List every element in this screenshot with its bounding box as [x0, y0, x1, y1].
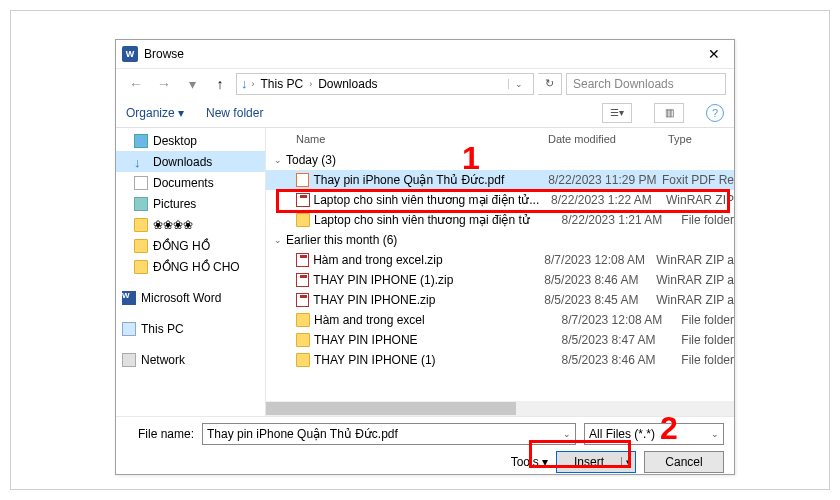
search-placeholder: Search Downloads: [573, 77, 674, 91]
desktop-icon: [134, 134, 148, 148]
filename-dropdown-icon[interactable]: ⌄: [563, 429, 571, 439]
back-button[interactable]: ←: [124, 72, 148, 96]
help-button[interactable]: ?: [706, 104, 724, 122]
sidebar-item-folder-2[interactable]: ĐỒNG HỒ: [116, 235, 265, 256]
sidebar: Desktop ↓Downloads Documents Pictures ❀❀…: [116, 128, 266, 416]
organize-button[interactable]: Organize ▾: [126, 106, 184, 120]
scrollbar-thumb[interactable]: [266, 402, 516, 415]
address-dropdown[interactable]: ⌄: [508, 79, 529, 89]
sidebar-item-folder-1[interactable]: ❀❀❀❀: [116, 214, 265, 235]
refresh-button[interactable]: ↻: [538, 73, 562, 95]
breadcrumb-seg-thispc[interactable]: This PC: [259, 77, 306, 91]
col-name[interactable]: Name: [296, 133, 548, 145]
file-type-filter[interactable]: All Files (*.*) ⌄: [584, 423, 724, 445]
sidebar-item-documents[interactable]: Documents: [116, 172, 265, 193]
breadcrumb[interactable]: ↓ › This PC › Downloads ⌄: [236, 73, 534, 95]
documents-icon: [134, 176, 148, 190]
toolbar: Organize ▾ New folder ☰▾ ▥ ?: [116, 98, 734, 128]
chevron-icon: ›: [309, 79, 312, 89]
view-preview-button[interactable]: ▥: [654, 103, 684, 123]
sidebar-item-downloads[interactable]: ↓Downloads: [116, 151, 265, 172]
cancel-button[interactable]: Cancel: [644, 451, 724, 473]
tools-button[interactable]: Tools ▾: [511, 455, 548, 469]
dialog-title: Browse: [144, 47, 700, 61]
group-today[interactable]: ⌄Today (3): [266, 150, 734, 170]
zip-icon: [296, 293, 309, 307]
breadcrumb-seg-downloads[interactable]: Downloads: [316, 77, 379, 91]
word-app-icon: W: [122, 46, 138, 62]
zip-icon: [296, 253, 309, 267]
sidebar-item-pictures[interactable]: Pictures: [116, 193, 265, 214]
browse-dialog: W Browse ✕ ← → ▾ ↑ ↓ › This PC › Downloa…: [115, 39, 735, 475]
chevron-icon: ›: [252, 79, 255, 89]
filename-input[interactable]: Thay pin iPhone Quận Thủ Đức.pdf ⌄: [202, 423, 576, 445]
zip-icon: [296, 193, 310, 207]
search-input[interactable]: Search Downloads: [566, 73, 726, 95]
sidebar-item-thispc[interactable]: This PC: [116, 318, 265, 339]
close-button[interactable]: ✕: [700, 46, 728, 62]
pdf-icon: [296, 173, 309, 187]
sidebar-item-network[interactable]: Network: [116, 349, 265, 370]
page-frame: W Browse ✕ ← → ▾ ↑ ↓ › This PC › Downloa…: [10, 10, 830, 490]
word-icon: W: [122, 291, 136, 305]
file-row[interactable]: Laptop cho sinh viên thương mại điện tử8…: [266, 210, 734, 230]
columns-header: Name Date modified Type: [266, 128, 734, 150]
insert-split-dropdown[interactable]: ▾: [621, 457, 635, 467]
recent-button[interactable]: ▾: [180, 72, 204, 96]
file-row[interactable]: THAY PIN IPHONE.zip8/5/2023 8:45 AMWinRA…: [266, 290, 734, 310]
horizontal-scrollbar[interactable]: [266, 401, 734, 416]
pc-icon: [122, 322, 136, 336]
address-bar: ← → ▾ ↑ ↓ › This PC › Downloads ⌄ ↻ Sear…: [116, 68, 734, 98]
folder-icon: [296, 313, 310, 327]
file-list: Name Date modified Type ⌄Today (3) Thay …: [266, 128, 734, 416]
file-row[interactable]: Thay pin iPhone Quận Thủ Đức.pdf8/22/202…: [266, 170, 734, 190]
new-folder-button[interactable]: New folder: [206, 106, 263, 120]
filter-dropdown-icon[interactable]: ⌄: [711, 429, 719, 439]
view-details-button[interactable]: ☰▾: [602, 103, 632, 123]
up-button[interactable]: ↑: [208, 72, 232, 96]
sidebar-item-folder-3[interactable]: ĐỒNG HỒ CHO: [116, 256, 265, 277]
folder-icon: [134, 218, 148, 232]
folder-icon: [296, 213, 310, 227]
col-date[interactable]: Date modified: [548, 133, 668, 145]
insert-button[interactable]: Insert ▾: [556, 451, 636, 473]
filename-label: File name:: [126, 427, 194, 441]
dialog-footer: File name: Thay pin iPhone Quận Thủ Đức.…: [116, 416, 734, 485]
file-row[interactable]: Hàm and trong excel.zip8/7/2023 12:08 AM…: [266, 250, 734, 270]
pictures-icon: [134, 197, 148, 211]
sidebar-item-desktop[interactable]: Desktop: [116, 130, 265, 151]
group-earlier[interactable]: ⌄Earlier this month (6): [266, 230, 734, 250]
downloads-icon: ↓: [134, 155, 148, 169]
folder-icon: [296, 333, 310, 347]
chevron-down-icon: ⌄: [274, 155, 282, 165]
folder-icon: [134, 260, 148, 274]
file-row[interactable]: THAY PIN IPHONE8/5/2023 8:47 AMFile fold…: [266, 330, 734, 350]
file-row[interactable]: Laptop cho sinh viên thương mại điện tử.…: [266, 190, 734, 210]
file-row[interactable]: Hàm and trong excel8/7/2023 12:08 AMFile…: [266, 310, 734, 330]
sidebar-item-word[interactable]: WMicrosoft Word: [116, 287, 265, 308]
titlebar: W Browse ✕: [116, 40, 734, 68]
col-type[interactable]: Type: [668, 133, 734, 145]
zip-icon: [296, 273, 309, 287]
file-row[interactable]: THAY PIN IPHONE (1)8/5/2023 8:46 AMFile …: [266, 350, 734, 370]
folder-icon: [134, 239, 148, 253]
folder-icon: [296, 353, 310, 367]
downloads-icon: ↓: [241, 76, 248, 91]
file-row[interactable]: THAY PIN IPHONE (1).zip8/5/2023 8:46 AMW…: [266, 270, 734, 290]
chevron-down-icon: ⌄: [274, 235, 282, 245]
network-icon: [122, 353, 136, 367]
forward-button[interactable]: →: [152, 72, 176, 96]
